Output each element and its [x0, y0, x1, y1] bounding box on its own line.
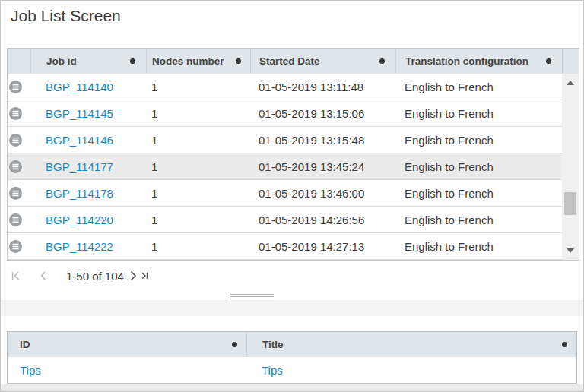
tips-table: ID Title Tips Tips	[7, 331, 577, 384]
column-label-translation-configuration: Translation configuration	[405, 55, 528, 67]
separator-band	[1, 300, 583, 316]
column-menu-dot-icon[interactable]	[236, 58, 241, 64]
row-menu-icon[interactable]	[9, 81, 22, 93]
row-menu-icon[interactable]	[9, 134, 22, 147]
scroll-up-button[interactable]	[562, 75, 579, 90]
translation-config-cell: English to French	[395, 134, 562, 147]
column-header-nodes-number[interactable]: Nodes number	[146, 49, 250, 74]
job-table: Job id Nodes number Started Date Transla…	[7, 48, 579, 261]
table-row[interactable]: BGP_114222 1 01-05-2019 14:27:13 English…	[8, 233, 562, 260]
previous-page-icon	[39, 270, 48, 281]
table-row[interactable]: BGP_114145 1 01-05-2019 13:15:06 English…	[8, 100, 562, 127]
next-page-button[interactable]	[129, 270, 138, 281]
row-icon-cell	[8, 160, 30, 173]
row-menu-icon[interactable]	[9, 187, 22, 200]
nodes-number-cell: 1	[146, 134, 250, 147]
column-header-title[interactable]: Title	[246, 332, 576, 357]
table-row[interactable]: BGP_114177 1 01-05-2019 13:45:24 English…	[8, 153, 562, 180]
table-row[interactable]: BGP_114220 1 01-05-2019 14:26:56 English…	[8, 207, 562, 233]
started-date-cell: 01-05-2019 13:15:06	[250, 107, 395, 120]
row-menu-icon[interactable]	[9, 240, 22, 253]
job-table-body: BGP_114140 1 01-05-2019 13:11:48 English…	[8, 74, 579, 260]
scroll-down-button[interactable]	[562, 243, 579, 258]
column-menu-dot-icon[interactable]	[379, 58, 385, 64]
job-id-link[interactable]: BGP_114145	[46, 107, 113, 120]
nodes-number-cell: 1	[146, 81, 250, 93]
row-icon-cell	[8, 134, 30, 147]
nodes-number-cell: 1	[146, 160, 250, 173]
column-label-title: Title	[262, 339, 284, 350]
row-icon-cell	[8, 213, 30, 226]
nodes-number-cell: 1	[146, 107, 250, 120]
column-label-nodes-number: Nodes number	[152, 55, 224, 67]
job-table-header: Job id Nodes number Started Date Transla…	[8, 49, 579, 74]
column-label-id: ID	[20, 339, 30, 350]
started-date-cell: 01-05-2019 13:45:24	[250, 160, 395, 173]
row-icon-cell	[8, 240, 30, 253]
row-icon-cell	[8, 107, 30, 120]
job-list-screen: Job List Screen Job id Nodes number Star…	[0, 0, 584, 392]
tips-title-link[interactable]: Tips	[262, 364, 283, 377]
started-date-cell: 01-05-2019 13:11:48	[250, 81, 395, 93]
pagination-bar: 1-50 of 104	[7, 261, 579, 291]
tips-table-row[interactable]: Tips Tips	[8, 357, 576, 383]
header-icon-column	[8, 49, 30, 74]
scroll-up-icon	[567, 81, 574, 85]
job-id-link[interactable]: BGP_114146	[46, 134, 113, 147]
nodes-number-cell: 1	[146, 187, 250, 200]
started-date-cell: 01-05-2019 14:27:13	[250, 240, 395, 253]
splitter-handle[interactable]	[230, 292, 274, 299]
started-date-cell: 01-05-2019 14:26:56	[250, 213, 395, 226]
scrollbar-thumb[interactable]	[564, 192, 576, 215]
table-row[interactable]: BGP_114140 1 01-05-2019 13:11:48 English…	[8, 74, 562, 100]
previous-page-button[interactable]	[39, 270, 48, 281]
column-menu-dot-icon[interactable]	[546, 58, 551, 64]
column-header-translation-configuration[interactable]: Translation configuration	[395, 49, 562, 74]
next-page-icon	[129, 270, 138, 281]
row-icon-cell	[8, 187, 30, 200]
row-icon-cell	[8, 81, 30, 93]
header-scrollbar-filler	[562, 49, 579, 74]
translation-config-cell: English to French	[395, 81, 562, 93]
row-menu-icon[interactable]	[9, 107, 22, 120]
column-header-job-id[interactable]: Job id	[30, 49, 146, 74]
translation-config-cell: English to French	[395, 160, 562, 173]
page-title: Job List Screen	[11, 7, 121, 25]
scroll-down-icon	[567, 248, 574, 253]
column-header-id[interactable]: ID	[8, 332, 246, 357]
translation-config-cell: English to French	[395, 107, 562, 120]
vertical-scrollbar[interactable]	[562, 74, 579, 260]
nodes-number-cell: 1	[146, 240, 250, 253]
column-header-started-date[interactable]: Started Date	[250, 49, 395, 74]
started-date-cell: 01-05-2019 13:46:00	[250, 187, 395, 200]
column-menu-dot-icon[interactable]	[562, 342, 567, 347]
row-menu-icon[interactable]	[9, 160, 22, 173]
first-page-button[interactable]	[10, 270, 22, 281]
table-row[interactable]: BGP_114146 1 01-05-2019 13:15:48 English…	[8, 127, 562, 153]
started-date-cell: 01-05-2019 13:15:48	[250, 134, 395, 147]
bottom-band	[1, 384, 583, 391]
table-row[interactable]: BGP_114178 1 01-05-2019 13:46:00 English…	[8, 180, 562, 207]
row-menu-icon[interactable]	[9, 213, 22, 226]
column-menu-dot-icon[interactable]	[130, 58, 135, 64]
column-menu-dot-icon[interactable]	[232, 342, 237, 347]
last-page-icon	[140, 270, 151, 281]
job-id-link[interactable]: BGP_114222	[46, 240, 113, 253]
last-page-button[interactable]	[140, 270, 151, 281]
first-page-icon	[10, 270, 22, 281]
tips-id-link[interactable]: Tips	[20, 364, 41, 377]
job-id-link[interactable]: BGP_114140	[46, 81, 113, 93]
translation-config-cell: English to French	[395, 187, 562, 200]
job-table-rows: BGP_114140 1 01-05-2019 13:11:48 English…	[8, 74, 562, 260]
job-id-link[interactable]: BGP_114178	[46, 187, 113, 200]
job-id-link[interactable]: BGP_114220	[46, 213, 113, 226]
nodes-number-cell: 1	[146, 213, 250, 226]
translation-config-cell: English to French	[395, 240, 562, 253]
pagination-range: 1-50 of 104	[66, 270, 124, 283]
column-label-started-date: Started Date	[259, 55, 320, 67]
translation-config-cell: English to French	[395, 213, 562, 226]
column-label-job-id: Job id	[46, 55, 77, 67]
job-id-link[interactable]: BGP_114177	[46, 160, 113, 173]
tips-table-header: ID Title	[8, 332, 576, 357]
